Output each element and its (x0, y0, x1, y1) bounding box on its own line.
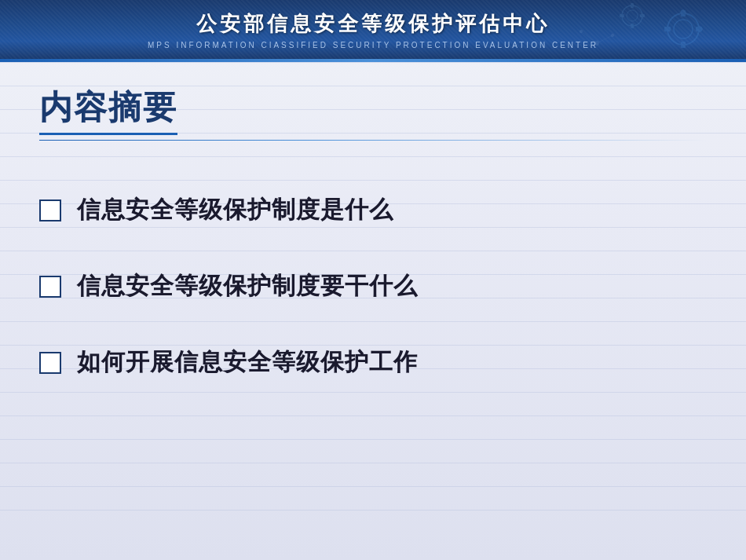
svg-rect-10 (631, 3, 634, 8)
svg-rect-3 (681, 42, 686, 48)
page-title-section: 内容摘要 (39, 86, 707, 141)
list-item: 如何开展信息安全等级保护工作 (39, 324, 707, 401)
bullet-text-2: 信息安全等级保护制度要干什么 (77, 270, 418, 302)
svg-rect-4 (664, 27, 671, 31)
bullet-text-3: 如何开展信息安全等级保护工作 (77, 346, 418, 379)
svg-point-1 (674, 20, 693, 38)
list-item: 信息安全等级保护制度要干什么 (39, 248, 707, 324)
svg-rect-13 (640, 14, 645, 17)
svg-rect-12 (620, 14, 624, 17)
svg-line-17 (597, 35, 613, 43)
checkbox-icon (39, 199, 61, 221)
header-decoration-icon (573, 0, 730, 59)
checkbox-icon (39, 276, 61, 298)
page-title: 内容摘要 (39, 86, 177, 135)
header: 公安部信息安全等级保护评估中心 MPS INFORMATION CIASSIFI… (0, 0, 746, 59)
svg-point-8 (622, 5, 642, 26)
checkbox-icon (39, 352, 61, 374)
header-title-en: MPS INFORMATION CIASSIFIED SECURITY PROT… (148, 41, 598, 49)
svg-rect-11 (631, 24, 634, 28)
bullet-list: 信息安全等级保护制度是什么 信息安全等级保护制度要干什么 如何开展信息安全等级保… (39, 172, 707, 401)
bullet-text-1: 信息安全等级保护制度是什么 (77, 194, 393, 226)
list-item: 信息安全等级保护制度是什么 (39, 172, 707, 248)
header-title-cn: 公安部信息安全等级保护评估中心 (196, 10, 550, 38)
svg-point-0 (667, 13, 699, 45)
title-divider (39, 140, 707, 141)
main-content: 内容摘要 信息安全等级保护制度是什么 信息安全等级保护制度要干什么 如何开展信息… (0, 62, 746, 560)
svg-point-9 (627, 10, 638, 21)
slide: 公安部信息安全等级保护评估中心 MPS INFORMATION CIASSIFI… (0, 0, 746, 560)
